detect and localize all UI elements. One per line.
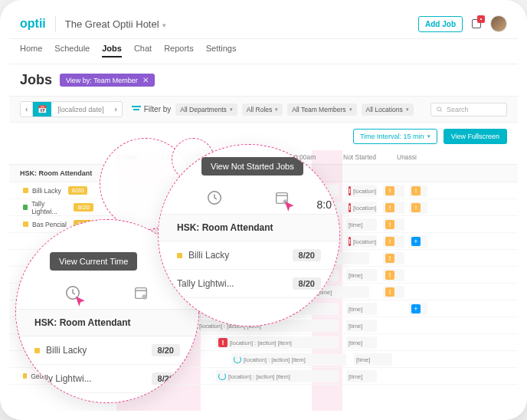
svg-point-5 bbox=[142, 294, 146, 299]
tooltip-not-started: View Not Started Jobs bbox=[201, 157, 303, 176]
filter-team[interactable]: All Team Members▾ bbox=[287, 103, 356, 116]
job-card[interactable]: [time] bbox=[346, 269, 377, 281]
filter-roles[interactable]: All Roles▾ bbox=[242, 103, 283, 116]
nav-reports[interactable]: Reports bbox=[164, 44, 194, 57]
job-card[interactable]: + bbox=[409, 303, 427, 315]
logo: optii bbox=[20, 17, 46, 31]
date-next-button[interactable]: › bbox=[110, 102, 121, 116]
date-nav: ‹ 📅 [localized date] › bbox=[20, 101, 123, 117]
job-card[interactable]: ![location] bbox=[346, 235, 377, 248]
detail2-timecol: 8:0 bbox=[317, 199, 332, 211]
filter-label: Filter by bbox=[132, 105, 172, 113]
avatar[interactable] bbox=[490, 15, 507, 32]
detail2-row-1[interactable]: 8:00 Tally Lightwi... 8/20 bbox=[159, 270, 339, 298]
filter-locations[interactable]: All Locations▾ bbox=[362, 103, 414, 116]
job-card[interactable]: ! bbox=[383, 286, 404, 298]
tooltip-current-time: View Current Time bbox=[50, 252, 137, 271]
view-by-chip[interactable]: View by: Team Member✕ bbox=[60, 74, 155, 87]
search-input[interactable]: Search bbox=[430, 103, 507, 116]
job-card[interactable]: + bbox=[409, 235, 427, 248]
divider bbox=[55, 16, 56, 31]
date-display[interactable]: [localized date] bbox=[51, 103, 110, 116]
page-title: Jobs bbox=[20, 72, 52, 88]
nav-chat[interactable]: Chat bbox=[134, 44, 152, 57]
cursor-icon bbox=[283, 200, 300, 217]
job-card[interactable]: ![location] bbox=[346, 202, 377, 214]
job-card[interactable]: ! bbox=[383, 218, 404, 231]
job-card[interactable]: ! bbox=[383, 269, 404, 281]
calendar-icon[interactable]: 📅 bbox=[33, 102, 51, 116]
hotel-selector[interactable]: The Great Optii Hotel▾ bbox=[65, 18, 166, 30]
job-card[interactable]: ! bbox=[383, 252, 404, 264]
notifications-icon[interactable]: • bbox=[470, 18, 483, 30]
clock-icon-2[interactable] bbox=[206, 189, 224, 208]
nav-home[interactable]: Home bbox=[20, 44, 42, 57]
date-prev-button[interactable]: ‹ bbox=[21, 102, 33, 116]
nav-settings[interactable]: Settings bbox=[206, 44, 237, 57]
cursor-icon bbox=[74, 295, 90, 312]
job-card[interactable]: ! bbox=[383, 185, 404, 197]
main-nav: Home Schedule Jobs Chat Reports Settings bbox=[9, 39, 518, 64]
job-card[interactable]: [time] bbox=[346, 370, 377, 382]
detail1-group: HSK: Room Attendant bbox=[16, 309, 198, 336]
job-card[interactable]: ! bbox=[383, 202, 404, 214]
job-card[interactable]: [location] : [action] [item] bbox=[216, 370, 339, 382]
job-card[interactable]: [time] bbox=[316, 286, 369, 298]
nav-jobs[interactable]: Jobs bbox=[102, 44, 122, 57]
job-card[interactable]: ![location] bbox=[346, 185, 377, 197]
filter-departments[interactable]: All Departments▾ bbox=[175, 103, 237, 116]
job-card[interactable]: [time] bbox=[346, 336, 377, 349]
calendar-small-icon-2[interactable] bbox=[273, 189, 292, 208]
detail1-row-0[interactable]: Billi Lacky 8/20 bbox=[16, 336, 198, 365]
clock-icon[interactable] bbox=[64, 284, 83, 303]
svg-line-1 bbox=[440, 110, 442, 112]
calendar-small-icon[interactable] bbox=[133, 284, 151, 303]
job-card[interactable]: ! bbox=[409, 185, 427, 197]
search-icon bbox=[436, 106, 444, 113]
add-job-button[interactable]: Add Job bbox=[418, 16, 463, 32]
view-fullscreen-button[interactable]: View Fullscreen bbox=[444, 129, 507, 144]
job-card[interactable]: [time] bbox=[346, 303, 377, 315]
nav-schedule[interactable]: Schedule bbox=[54, 44, 90, 57]
job-card[interactable]: ![location] : [action] [item] bbox=[216, 336, 339, 349]
detail2-row-0[interactable]: Billi Lacky 8/20 bbox=[159, 241, 339, 270]
job-card[interactable]: ! bbox=[383, 235, 404, 248]
detail-not-started: View Not Started Jobs 8:0 HSK: Room Atte… bbox=[158, 144, 340, 326]
job-card[interactable]: [time] bbox=[354, 353, 392, 366]
job-card[interactable]: [time] bbox=[346, 218, 377, 231]
detail2-group: HSK: Room Attendant bbox=[159, 214, 339, 241]
job-card[interactable]: [location] : [action] [item] bbox=[231, 353, 346, 366]
filter-icon bbox=[132, 106, 141, 113]
time-interval-select[interactable]: Time Interval: 15 min▾ bbox=[353, 129, 437, 144]
svg-point-0 bbox=[437, 107, 441, 110]
job-card[interactable]: [time] bbox=[346, 320, 377, 332]
job-card[interactable]: ! bbox=[409, 202, 427, 214]
